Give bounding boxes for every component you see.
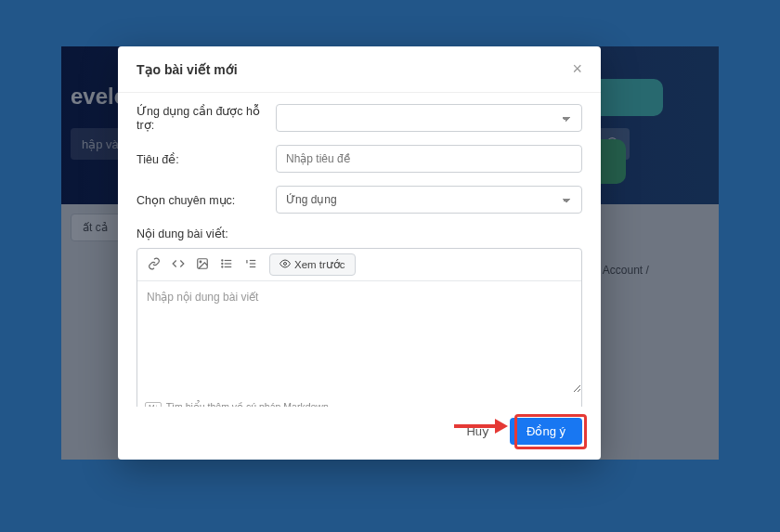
- subject-label: Tiêu đề:: [136, 152, 276, 166]
- close-button[interactable]: ×: [572, 59, 582, 79]
- content-editor: Xem trước M↓ Tìm hiểu thêm về cú pháp Ma…: [136, 248, 582, 407]
- submit-button[interactable]: Đồng ý: [510, 418, 582, 445]
- list-ol-icon: [244, 257, 257, 273]
- svg-point-7: [222, 259, 223, 260]
- svg-point-9: [222, 266, 223, 266]
- ordered-list-button[interactable]: [240, 253, 262, 276]
- code-button[interactable]: [167, 253, 189, 276]
- content-textarea[interactable]: [137, 281, 581, 393]
- link-button[interactable]: [143, 253, 165, 276]
- preview-label: Xem trước: [294, 258, 345, 271]
- unordered-list-button[interactable]: [215, 253, 238, 276]
- close-icon: ×: [572, 59, 582, 78]
- link-icon: [148, 257, 161, 273]
- image-button[interactable]: [191, 253, 214, 276]
- category-label: Chọn chuyên mục:: [136, 193, 276, 207]
- image-icon: [196, 257, 209, 273]
- svg-point-13: [284, 263, 287, 266]
- list-ul-icon: [220, 257, 233, 273]
- modal-title: Tạo bài viết mới: [136, 62, 238, 77]
- markdown-help[interactable]: M↓ Tìm hiểu thêm về cú pháp Markdown: [137, 396, 581, 407]
- app-select[interactable]: [276, 104, 582, 132]
- app-label: Ứng dụng cần được hỗ trợ:: [136, 104, 276, 132]
- category-select[interactable]: Ứng dụng: [276, 186, 582, 214]
- content-label: Nội dung bài viết:: [136, 227, 582, 240]
- cancel-button[interactable]: Huỷ: [455, 419, 500, 444]
- svg-point-8: [222, 263, 223, 264]
- subject-input[interactable]: [276, 145, 582, 173]
- eye-icon: [280, 258, 291, 271]
- preview-button[interactable]: Xem trước: [269, 253, 356, 276]
- svg-point-3: [200, 261, 202, 263]
- create-post-modal: Tạo bài viết mới × Ứng dụng cần được hỗ …: [118, 46, 601, 460]
- code-icon: [172, 257, 185, 273]
